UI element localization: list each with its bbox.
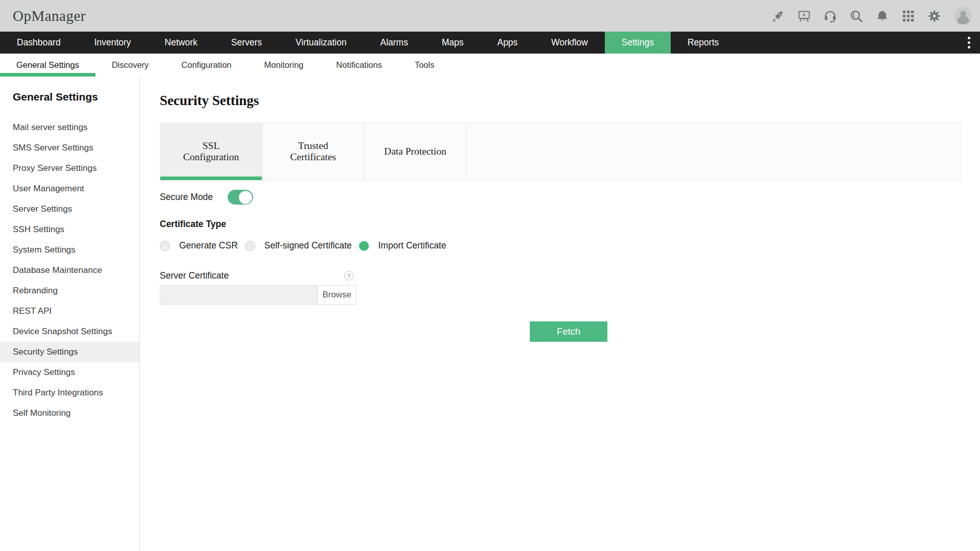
fetch-button[interactable]: Fetch <box>530 321 607 342</box>
radio-circle-icon <box>245 241 255 251</box>
security-settings-panel: Security Settings SSL Configuration Trus… <box>140 77 980 551</box>
sidebar-item-rebranding[interactable]: Rebranding <box>0 281 139 301</box>
subnav-item-tools[interactable]: Tools <box>398 54 451 77</box>
tab-trusted-certificates[interactable]: Trusted Certificates <box>262 123 364 180</box>
apps-grid-icon[interactable] <box>901 9 915 23</box>
nav-item-workflow[interactable]: Workflow <box>534 32 605 54</box>
nav-item-dashboard[interactable]: Dashboard <box>0 32 78 54</box>
sidebar-item-third-party-integrations[interactable]: Third Party Integrations <box>0 383 139 403</box>
tab-ssl-configuration[interactable]: SSL Configuration <box>160 123 262 180</box>
sidebar-item-user-management[interactable]: User Management <box>0 179 139 199</box>
sidebar-item-server-settings[interactable]: Server Settings <box>0 199 139 219</box>
toggle-knob <box>239 191 252 204</box>
sidebar-heading: General Settings <box>13 91 139 103</box>
sidebar-item-rest-api[interactable]: REST API <box>0 301 139 321</box>
help-icon[interactable]: ? <box>344 271 354 281</box>
app-header: OpManager <box>0 0 980 32</box>
subnav-item-monitoring[interactable]: Monitoring <box>248 54 320 77</box>
server-certificate-label: Server Certificate <box>160 270 229 281</box>
radio-circle-icon <box>160 241 170 251</box>
secure-mode-row: Secure Mode <box>160 190 961 205</box>
sidebar-item-sms-server-settings[interactable]: SMS Server Settings <box>0 138 139 158</box>
bell-icon[interactable] <box>875 9 889 23</box>
overflow-menu-icon[interactable] <box>958 32 980 54</box>
subnav-item-discovery[interactable]: Discovery <box>95 54 165 77</box>
nav-item-servers[interactable]: Servers <box>214 32 279 54</box>
certificate-type-options: Generate CSR Self-signed Certificate Imp… <box>160 240 961 251</box>
subnav-item-configuration[interactable]: Configuration <box>165 54 248 77</box>
headset-icon[interactable] <box>823 9 837 23</box>
nav-item-maps[interactable]: Maps <box>425 32 480 54</box>
sidebar-item-security-settings[interactable]: Security Settings <box>0 342 139 362</box>
subnav-item-notifications[interactable]: Notifications <box>320 54 399 77</box>
sidebar-item-system-settings[interactable]: System Settings <box>0 240 139 260</box>
page-title: Security Settings <box>160 93 961 109</box>
search-icon[interactable] <box>849 9 863 23</box>
nav-item-network[interactable]: Network <box>148 32 214 54</box>
presentation-icon[interactable] <box>797 9 811 23</box>
radio-generate-csr[interactable]: Generate CSR <box>160 240 238 251</box>
user-avatar-icon[interactable] <box>953 6 973 26</box>
main-nav: Dashboard Inventory Network Servers Virt… <box>0 32 980 54</box>
fetch-row: Fetch <box>160 321 961 342</box>
sidebar-item-proxy-server-settings[interactable]: Proxy Server Settings <box>0 158 139 179</box>
general-settings-sidebar: General Settings Mail server settings SM… <box>0 77 140 551</box>
server-certificate-input[interactable] <box>160 285 318 305</box>
nav-item-apps[interactable]: Apps <box>480 32 534 54</box>
tabstrip-filler <box>467 123 960 180</box>
radio-import-certificate[interactable]: Import Certificate <box>359 240 446 251</box>
tab-data-protection[interactable]: Data Protection <box>364 123 467 180</box>
app-logo[interactable]: OpManager <box>13 8 86 24</box>
browse-button[interactable]: Browse <box>317 285 356 305</box>
security-tabs: SSL Configuration Trusted Certificates D… <box>160 122 961 181</box>
subnav-item-general-settings[interactable]: General Settings <box>0 54 95 77</box>
certificate-type-label: Certificate Type <box>160 219 961 230</box>
nav-item-inventory[interactable]: Inventory <box>78 32 148 54</box>
server-certificate-file-row: Browse <box>160 285 961 305</box>
header-icon-bar <box>771 6 973 26</box>
sidebar-item-ssh-settings[interactable]: SSH Settings <box>0 219 139 240</box>
sidebar-item-self-monitoring[interactable]: Self Monitoring <box>0 403 139 423</box>
sidebar-item-database-maintenance[interactable]: Database Maintenance <box>0 260 139 281</box>
radio-self-signed-certificate[interactable]: Self-signed Certificate <box>245 240 352 251</box>
nav-item-reports[interactable]: Reports <box>671 32 736 54</box>
nav-item-alarms[interactable]: Alarms <box>363 32 425 54</box>
settings-sub-nav: General Settings Discovery Configuration… <box>0 54 980 77</box>
radio-circle-selected-icon <box>359 241 369 251</box>
sidebar-item-privacy-settings[interactable]: Privacy Settings <box>0 362 139 383</box>
server-certificate-label-row: Server Certificate ? <box>160 270 354 281</box>
secure-mode-label: Secure Mode <box>160 192 213 203</box>
rocket-icon[interactable] <box>771 9 785 23</box>
gear-icon[interactable] <box>927 9 941 23</box>
sidebar-item-device-snapshot-settings[interactable]: Device Snapshot Settings <box>0 321 139 342</box>
nav-item-virtualization[interactable]: Virtualization <box>279 32 363 54</box>
sidebar-item-mail-server-settings[interactable]: Mail server settings <box>0 117 139 138</box>
nav-item-settings[interactable]: Settings <box>605 32 671 54</box>
secure-mode-toggle[interactable] <box>228 190 253 205</box>
